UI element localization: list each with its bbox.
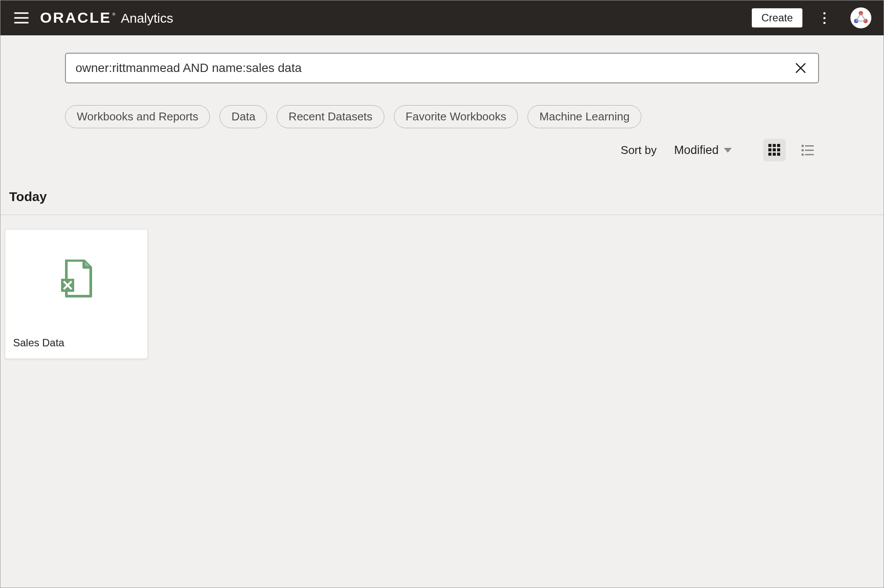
search-input[interactable] (75, 61, 793, 75)
svg-rect-17 (802, 145, 804, 147)
brand: ORACLE® Analytics (41, 10, 173, 26)
card-body (5, 229, 147, 331)
user-avatar[interactable] (850, 7, 871, 28)
svg-rect-15 (773, 153, 776, 156)
filter-chip-recent-datasets[interactable]: Recent Datasets (277, 105, 384, 128)
clear-search-icon[interactable] (793, 60, 809, 76)
results-toolbar: Sort by Modified (0, 133, 884, 174)
search-box (65, 53, 819, 83)
svg-rect-16 (777, 153, 780, 156)
brand-product: Analytics (121, 11, 173, 26)
svg-rect-21 (802, 154, 804, 156)
sort-select[interactable]: Modified (671, 142, 735, 159)
sort-by-label: Sort by (621, 144, 657, 157)
svg-rect-19 (802, 149, 804, 151)
sort-value: Modified (674, 144, 719, 157)
more-options-icon[interactable] (815, 9, 833, 27)
filter-chip-favorite-workbooks[interactable]: Favorite Workbooks (394, 105, 518, 128)
filter-chip-workbooks-reports[interactable]: Workbooks and Reports (65, 105, 210, 128)
brand-vendor: ORACLE® (40, 10, 115, 26)
svg-rect-13 (777, 148, 780, 151)
chevron-down-icon (724, 148, 732, 153)
results-grid: Sales Data (0, 215, 884, 373)
menu-icon[interactable] (13, 9, 30, 27)
grid-view-toggle[interactable] (763, 139, 786, 161)
dataset-card[interactable]: Sales Data (5, 229, 148, 359)
excel-file-icon (59, 260, 93, 301)
svg-rect-20 (805, 150, 814, 151)
svg-rect-12 (773, 148, 776, 151)
search-area (0, 35, 884, 88)
svg-rect-11 (768, 148, 771, 151)
filter-chip-data[interactable]: Data (219, 105, 267, 128)
filter-chips-row: Workbooks and Reports Data Recent Datase… (0, 88, 884, 133)
svg-rect-14 (768, 153, 771, 156)
filter-chip-machine-learning[interactable]: Machine Learning (528, 105, 641, 128)
create-button[interactable]: Create (752, 8, 802, 27)
svg-rect-18 (805, 145, 814, 147)
list-view-toggle[interactable] (796, 139, 819, 161)
svg-rect-10 (777, 144, 780, 147)
app-header: ORACLE® Analytics Create (0, 0, 884, 35)
section-heading-today: Today (0, 174, 884, 215)
svg-rect-8 (768, 144, 771, 147)
card-title: Sales Data (5, 331, 147, 359)
svg-rect-9 (773, 144, 776, 147)
svg-rect-22 (805, 154, 814, 155)
app-root: ORACLE® Analytics Create (0, 0, 884, 588)
